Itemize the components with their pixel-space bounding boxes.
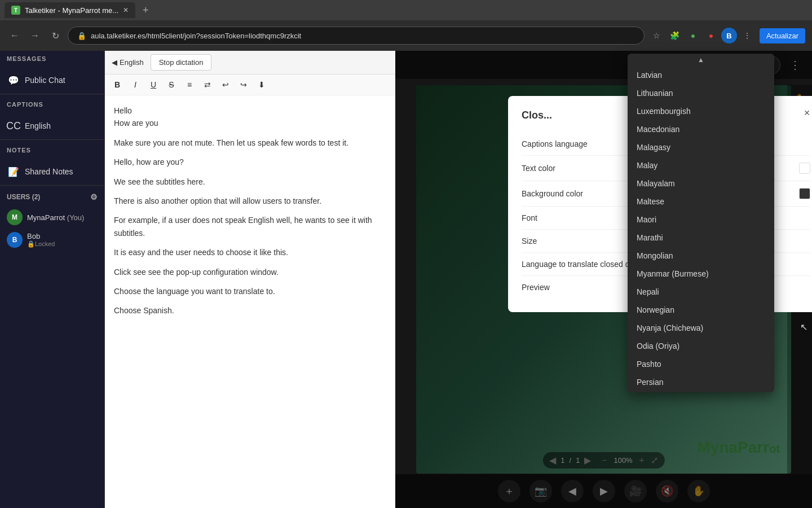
nav-icons: ☆ 🧩 ● ● B ⋮ xyxy=(649,28,755,43)
sidebar-item-shared-notes[interactable]: 📝 Shared Notes xyxy=(0,160,104,183)
captions-label: CAPTIONS xyxy=(7,101,98,108)
lang-item-malayalam[interactable]: Malayalam xyxy=(628,174,774,192)
browser-chrome: T Talketiker - MynaParrot me... ✕ + ← → … xyxy=(0,0,812,51)
unordered-list-button[interactable]: ⇄ xyxy=(200,77,215,93)
lang-item-luxembourgish[interactable]: Luxembourgish xyxy=(628,102,774,120)
update-button[interactable]: Actualizar xyxy=(760,28,805,43)
nav-bar: ← → ↻ 🔒 aula.talketiker.es/html5client/j… xyxy=(0,20,812,51)
user-info-mynaparrot: MynaParrot (You) xyxy=(27,213,84,222)
extensions-icon[interactable]: 🧩 xyxy=(667,28,683,43)
editor-header: ◀ English Stop dictation xyxy=(105,51,395,75)
sidebar-divider-2 xyxy=(0,139,104,140)
sidebar: MESSAGES 💬 Public Chat CAPTIONS CC Engli… xyxy=(0,51,105,508)
sidebar-divider-1 xyxy=(0,94,104,94)
content-p5: There is also another option that will a… xyxy=(114,195,386,207)
ordered-list-button[interactable]: ≡ xyxy=(182,77,197,93)
lock-icon: 🔒 xyxy=(77,32,86,40)
username-mynaparrot: MynaParrot (You) xyxy=(27,213,84,222)
stop-dictation-button[interactable]: Stop dictation xyxy=(151,54,212,71)
chat-icon: 💬 xyxy=(7,73,20,87)
sidebar-item-public-chat[interactable]: 💬 Public Chat xyxy=(0,69,104,91)
bg-color-swatch xyxy=(799,188,810,199)
lang-item-pashto[interactable]: Pashto xyxy=(628,355,774,373)
presentation-area: Start recording ⋮ 💡 MynaParrot ✋ xyxy=(395,51,812,508)
url-text: aula.talketiker.es/html5client/join?sess… xyxy=(91,32,301,40)
content-p3: Hello, how are you? xyxy=(114,156,386,168)
strikethrough-button[interactable]: S xyxy=(164,77,179,93)
lang-item-malagasy[interactable]: Malagasy xyxy=(628,138,774,156)
notes-label: NOTES xyxy=(7,147,98,154)
captions-section: CAPTIONS xyxy=(0,97,104,115)
lang-item-nyanja[interactable]: Nyanja (Chichewa) xyxy=(628,319,774,337)
shared-notes-label: Shared Notes xyxy=(25,167,73,176)
captions-icon: CC xyxy=(7,119,20,133)
content-p2: Make sure you are not mute. Then let us … xyxy=(114,137,386,149)
download-button[interactable]: ⬇ xyxy=(254,77,270,93)
underline-button[interactable]: U xyxy=(145,77,161,93)
italic-button[interactable]: I xyxy=(127,77,143,93)
english-caption-label: English xyxy=(25,121,51,130)
sidebar-divider-3 xyxy=(0,185,104,186)
notes-section: NOTES xyxy=(0,142,104,160)
lang-item-maltese[interactable]: Maltese xyxy=(628,192,774,211)
reload-button[interactable]: ↻ xyxy=(47,28,63,43)
content-and-presentation: ◀ English Stop dictation B I U S ≡ ⇄ ↩ ↪… xyxy=(105,51,812,508)
bg-color-value xyxy=(799,188,810,199)
url-bar[interactable]: 🔒 aula.talketiker.es/html5client/join?se… xyxy=(68,27,645,45)
users-count-label: USERS (2) xyxy=(7,193,40,201)
lang-item-myanmar[interactable]: Myanmar (Burmese) xyxy=(628,265,774,283)
avatar-mynaparrot: M xyxy=(7,209,23,225)
back-button[interactable]: ← xyxy=(7,28,23,43)
language-dropdown[interactable]: ▲ Latvian Lithuanian Luxembourgish Maced… xyxy=(628,54,774,392)
user-item-mynaparrot: M MynaParrot (You) xyxy=(0,206,104,229)
ext2-icon[interactable]: ● xyxy=(703,28,719,43)
lang-item-odia[interactable]: Odia (Oriya) xyxy=(628,337,774,355)
content-p4: We see the subtitles here. xyxy=(114,176,386,188)
undo-button[interactable]: ↩ xyxy=(218,77,233,93)
editor-content[interactable]: HelloHow are you Make sure you are not m… xyxy=(105,95,395,508)
sidebar-item-english[interactable]: CC English xyxy=(0,115,104,137)
active-tab[interactable]: T Talketiker - MynaParrot me... ✕ xyxy=(5,2,135,18)
menu-icon[interactable]: ⋮ xyxy=(739,28,755,43)
lang-item-nepali[interactable]: Nepali xyxy=(628,283,774,301)
app-container: MESSAGES 💬 Public Chat CAPTIONS CC Engli… xyxy=(0,51,812,508)
user-item-bob: B Bob 🔒Locked xyxy=(0,229,104,251)
lang-item-marathi[interactable]: Marathi xyxy=(628,229,774,247)
bold-button[interactable]: B xyxy=(109,77,125,93)
content-p7: It is easy and the user needs to choose … xyxy=(114,246,386,259)
users-header: USERS (2) ⚙ xyxy=(0,188,104,206)
tab-bar: T Talketiker - MynaParrot me... ✕ + xyxy=(0,0,812,20)
text-color-value xyxy=(799,163,810,174)
username-bob: Bob xyxy=(27,232,55,240)
content-p8: Click see see the pop-up configuration w… xyxy=(114,266,386,278)
lang-item-mongolian[interactable]: Mongolian xyxy=(628,247,774,265)
star-icon[interactable]: ☆ xyxy=(649,28,665,43)
back-arrow-icon: ◀ xyxy=(112,58,117,67)
gear-icon[interactable]: ⚙ xyxy=(90,192,98,202)
lang-item-malay[interactable]: Malay xyxy=(628,156,774,174)
editor-area: ◀ English Stop dictation B I U S ≡ ⇄ ↩ ↪… xyxy=(105,51,395,508)
lang-item-persian[interactable]: Persian xyxy=(628,373,774,391)
lang-item-polish[interactable]: Polish xyxy=(628,391,774,392)
lang-item-norwegian[interactable]: Norwegian xyxy=(628,301,774,319)
lang-item-latvian[interactable]: Latvian xyxy=(628,66,774,84)
new-tab-button[interactable]: + xyxy=(138,2,153,18)
editor-lang-selector[interactable]: ◀ English xyxy=(112,58,144,67)
lang-item-maori[interactable]: Maori xyxy=(628,211,774,229)
tab-close-icon[interactable]: ✕ xyxy=(123,6,129,14)
editor-toolbar: B I U S ≡ ⇄ ↩ ↪ ⬇ xyxy=(105,75,395,95)
modal-close-button[interactable]: × xyxy=(799,105,812,121)
ext1-icon[interactable]: ● xyxy=(685,28,701,43)
cursor-indicator: ↖ xyxy=(800,322,807,332)
forward-button[interactable]: → xyxy=(27,28,43,43)
modal-overlay[interactable]: × Clos... Captions language Text color B… xyxy=(395,51,812,508)
redo-button[interactable]: ↪ xyxy=(236,77,251,93)
lang-item-lithuanian[interactable]: Lithuanian xyxy=(628,84,774,102)
content-p6: For example, if a user does not speak En… xyxy=(114,214,386,239)
lang-item-macedonian[interactable]: Macedonian xyxy=(628,120,774,138)
content-p1: HelloHow are you xyxy=(114,104,386,130)
content-p10: Choose Spanish. xyxy=(114,304,386,317)
tab-title: Talketiker - MynaParrot me... xyxy=(25,6,118,15)
editor-language: English xyxy=(120,58,144,67)
profile-icon[interactable]: B xyxy=(721,28,737,43)
